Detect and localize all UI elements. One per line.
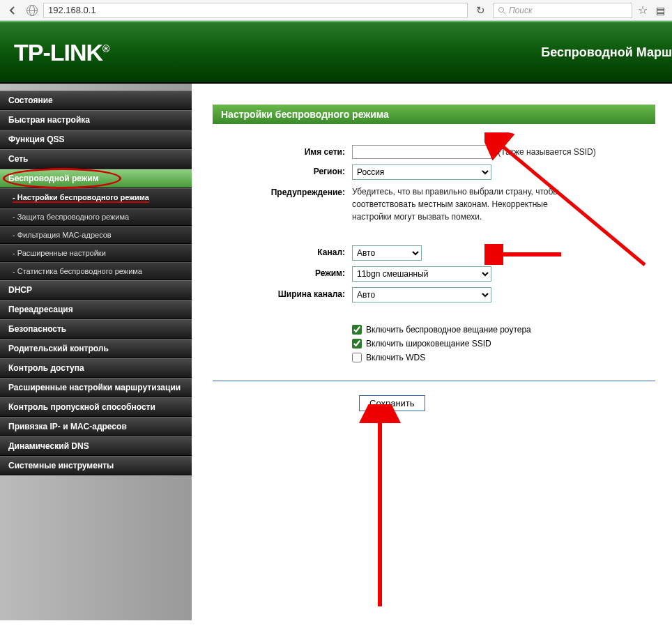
svg-line-1 xyxy=(503,12,505,14)
save-button[interactable]: Сохранить xyxy=(359,395,425,411)
reload-button[interactable]: ↻ xyxy=(471,4,490,17)
sidebar-item-parental[interactable]: Родительский контроль xyxy=(0,339,192,358)
divider xyxy=(213,381,655,381)
channel-label: Канал: xyxy=(213,245,352,257)
main-content: Настройки беспроводного режима Имя сети:… xyxy=(192,84,672,620)
browser-toolbar: 192.168.0.1 ↻ Поиск ☆ ▤ xyxy=(0,0,672,21)
checkbox-wds-label: Включить WDS xyxy=(366,353,425,362)
sidebar-item-quicksetup[interactable]: Быстрая настройка xyxy=(0,110,192,130)
sidebar-item-wireless[interactable]: Беспроводной режим xyxy=(0,169,192,188)
checkbox-ssid-label: Включить широковещание SSID xyxy=(366,339,491,349)
channel-select[interactable]: Авто xyxy=(352,245,422,261)
warning-text: Убедитесь, что вы правильно выбрали стра… xyxy=(352,185,575,223)
sidebar-sub-wireless-settings[interactable]: - Настройки беспроводного режима xyxy=(0,188,192,208)
checkbox-broadcast-label: Включить беспроводное вещание роутера xyxy=(366,325,531,335)
sidebar-item-forwarding[interactable]: Переадресация xyxy=(0,300,192,319)
svg-point-0 xyxy=(499,7,504,12)
mode-label: Режим: xyxy=(213,266,352,278)
sidebar-sub-wireless-security[interactable]: - Защита беспроводного режима xyxy=(0,208,192,226)
checkbox-wds[interactable] xyxy=(352,353,362,362)
ssid-label: Имя сети: xyxy=(213,145,352,157)
product-title: Беспроводной Марш xyxy=(541,45,672,60)
sidebar-item-access[interactable]: Контроль доступа xyxy=(0,358,192,378)
sidebar-item-status[interactable]: Состояние xyxy=(0,91,192,110)
width-label: Ширина канала: xyxy=(213,287,352,299)
sidebar-item-bandwidth[interactable]: Контроль пропускной способности xyxy=(0,397,192,417)
checkbox-broadcast[interactable] xyxy=(352,325,362,335)
ssid-input[interactable] xyxy=(352,145,491,159)
back-button[interactable] xyxy=(4,2,21,19)
globe-icon xyxy=(24,2,40,19)
url-bar[interactable]: 192.168.0.1 xyxy=(43,3,468,18)
ssid-hint: (Также называется SSID) xyxy=(498,147,595,157)
brand-logo: TP-LINK® xyxy=(14,39,109,66)
sidebar-item-security[interactable]: Безопасность xyxy=(0,319,192,339)
search-icon xyxy=(498,6,506,15)
section-title: Настройки беспроводного режима xyxy=(213,105,655,124)
checkbox-ssid[interactable] xyxy=(352,339,362,349)
region-select[interactable]: Россия xyxy=(352,164,491,180)
sidebar-item-network[interactable]: Сеть xyxy=(0,149,192,169)
sidebar-item-dhcp[interactable]: DHCP xyxy=(0,280,192,300)
annotation-arrow-save xyxy=(359,404,401,613)
mode-select[interactable]: 11bgn смешанный xyxy=(352,266,491,282)
sidebar-item-routing[interactable]: Расширенные настройки маршрутизации xyxy=(0,378,192,397)
sidebar-item-qss[interactable]: Функция QSS xyxy=(0,130,192,149)
sidebar-item-ipmac[interactable]: Привязка IP- и MAC-адресов xyxy=(0,417,192,436)
bookmark-icon[interactable]: ☆ xyxy=(635,3,650,17)
width-select[interactable]: Авто xyxy=(352,287,491,302)
page-header: TP-LINK® Беспроводной Марш xyxy=(0,21,672,84)
sidebar-sub-advanced[interactable]: - Расширенные настройки xyxy=(0,244,192,262)
search-placeholder: Поиск xyxy=(509,6,533,15)
reader-icon[interactable]: ▤ xyxy=(653,5,668,16)
url-text: 192.168.0.1 xyxy=(48,5,96,15)
warning-label: Предупреждение: xyxy=(213,185,352,197)
sidebar-item-system[interactable]: Системные инструменты xyxy=(0,456,192,475)
sidebar-nav: Состояние Быстрая настройка Функция QSS … xyxy=(0,84,192,620)
search-box[interactable]: Поиск xyxy=(493,3,632,18)
sidebar-sub-stats[interactable]: - Статистика беспроводного режима xyxy=(0,262,192,280)
region-label: Регион: xyxy=(213,164,352,176)
sidebar-sub-mac-filter[interactable]: - Фильтрация MAC-адресов xyxy=(0,226,192,244)
sidebar-item-ddns[interactable]: Динамический DNS xyxy=(0,436,192,456)
